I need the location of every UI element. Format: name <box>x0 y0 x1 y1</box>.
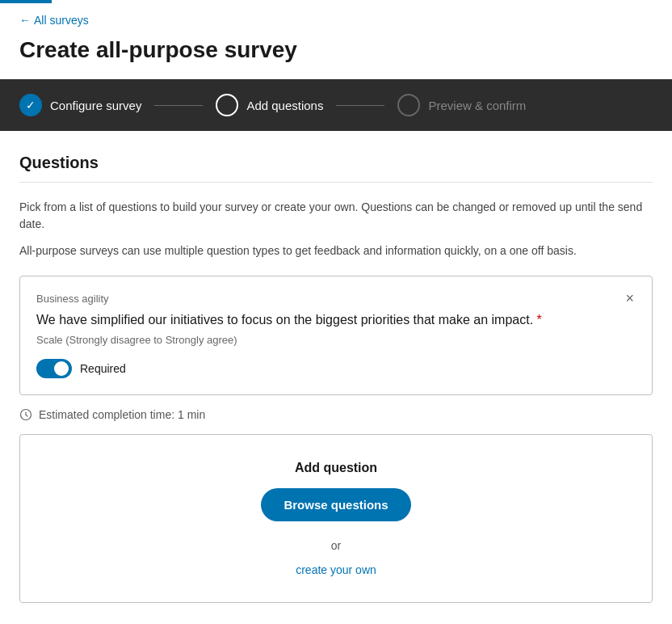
back-link-label: All surveys <box>34 14 89 27</box>
required-star: * <box>537 313 542 327</box>
page-title: Create all-purpose survey <box>0 34 672 79</box>
estimated-time-text: Estimated completion time: 1 min <box>39 408 205 421</box>
estimated-time-value-text: 1 min <box>178 408 205 421</box>
browse-questions-button[interactable]: Browse questions <box>261 488 410 521</box>
required-toggle[interactable] <box>36 359 72 378</box>
questions-section-title: Questions <box>19 154 653 183</box>
create-own-link[interactable]: create your own <box>296 563 376 576</box>
checkmark-icon: ✓ <box>26 99 36 112</box>
main-content: Questions Pick from a list of questions … <box>0 131 672 624</box>
question-category: Business agility <box>36 293 636 305</box>
close-question-button[interactable]: × <box>620 289 639 307</box>
step-preview-circle <box>397 94 420 116</box>
toggle-row: Required <box>36 359 636 378</box>
add-question-title: Add question <box>40 461 632 475</box>
question-card: Business agility We have simplified our … <box>19 276 653 395</box>
question-type: Scale (Strongly disagree to Strongly agr… <box>36 334 636 346</box>
step-configure-label: Configure survey <box>50 99 141 112</box>
question-text-content: We have simplified our initiatives to fo… <box>36 313 533 327</box>
description-1: Pick from a list of questions to build y… <box>19 199 653 233</box>
toggle-slider <box>36 359 72 378</box>
estimated-time: Estimated completion time: 1 min <box>19 408 653 421</box>
step-configure: ✓ Configure survey <box>19 94 141 116</box>
clock-icon <box>19 408 32 421</box>
steps-bar: ✓ Configure survey Add questions Preview… <box>0 79 672 131</box>
description-2: All-purpose surveys can use multiple que… <box>19 242 653 259</box>
step-configure-circle: ✓ <box>19 94 42 116</box>
back-link[interactable]: ← All surveys <box>19 14 89 27</box>
estimated-time-prefix: Estimated completion time: <box>39 408 174 421</box>
or-text: or <box>331 539 341 552</box>
add-question-card: Add question Browse questions or create … <box>19 434 653 603</box>
step-connector-2 <box>336 105 384 106</box>
required-label: Required <box>80 362 126 375</box>
back-arrow-icon: ← <box>19 14 31 27</box>
step-add-questions-label: Add questions <box>246 99 323 112</box>
question-text: We have simplified our initiatives to fo… <box>36 311 636 329</box>
step-preview-label: Preview & confirm <box>428 99 526 112</box>
step-add-questions: Add questions <box>216 94 323 116</box>
step-preview: Preview & confirm <box>397 94 526 116</box>
step-connector-1 <box>154 105 203 106</box>
step-add-questions-circle <box>216 94 238 116</box>
